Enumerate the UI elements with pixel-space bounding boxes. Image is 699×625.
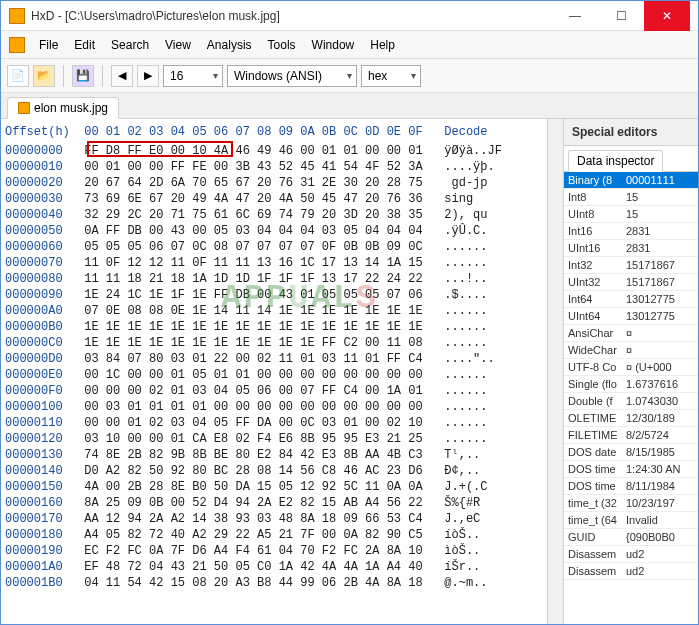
inspector-key: DOS time — [564, 461, 622, 477]
inspector-row[interactable]: Disassemud2 — [564, 563, 698, 580]
encoding-select[interactable]: Windows (ANSI) — [227, 65, 357, 87]
base-select[interactable]: hex — [361, 65, 421, 87]
hex-row[interactable]: 00000120 03 10 00 00 01 CA E8 02 F4 E6 8… — [5, 431, 543, 447]
inspector-value: 15 — [622, 189, 698, 205]
inspector-value: 2831 — [622, 223, 698, 239]
inspector-value: ¤ — [622, 325, 698, 341]
inspector-value: 12/30/189 — [622, 410, 698, 426]
inspector-value: Invalid — [622, 512, 698, 528]
inspector-row[interactable]: UInt162831 — [564, 240, 698, 257]
hex-row[interactable]: 00000170 AA 12 94 2A A2 14 38 93 03 48 8… — [5, 511, 543, 527]
menu-analysis[interactable]: Analysis — [199, 34, 260, 56]
inspector-row[interactable]: Int6413012775 — [564, 291, 698, 308]
inspector-row[interactable]: UInt3215171867 — [564, 274, 698, 291]
inspector-key: Int32 — [564, 257, 622, 273]
inspector-value: 8/11/1984 — [622, 478, 698, 494]
save-button[interactable]: 💾 — [72, 65, 94, 87]
hex-row[interactable]: 00000050 0A FF DB 00 43 00 05 03 04 04 0… — [5, 223, 543, 239]
scrollbar[interactable] — [547, 119, 563, 624]
toolbar: 📄 📂 💾 ◀ ▶ 16 Windows (ANSI) hex — [1, 59, 698, 93]
inspector-key: FILETIME — [564, 427, 622, 443]
menu-help[interactable]: Help — [362, 34, 403, 56]
hex-row[interactable]: 000000D0 03 84 07 80 03 01 22 00 02 11 0… — [5, 351, 543, 367]
menu-search[interactable]: Search — [103, 34, 157, 56]
file-tab[interactable]: elon musk.jpg — [7, 97, 119, 119]
menu-bar: File Edit Search View Analysis Tools Win… — [1, 31, 698, 59]
hex-row[interactable]: 00000070 11 0F 12 12 11 0F 11 11 13 16 1… — [5, 255, 543, 271]
inspector-row[interactable]: GUID{090B0B0 — [564, 529, 698, 546]
hex-row[interactable]: 000001B0 04 11 54 42 15 08 20 A3 B8 44 9… — [5, 575, 543, 591]
close-button[interactable]: ✕ — [644, 1, 690, 31]
inspector-row[interactable]: DOS time8/11/1984 — [564, 478, 698, 495]
inspector-key: WideChar — [564, 342, 622, 358]
hex-row[interactable]: 00000100 00 03 01 01 01 01 00 00 00 00 0… — [5, 399, 543, 415]
tab-data-inspector[interactable]: Data inspector — [568, 150, 663, 172]
inspector-row[interactable]: DOS date8/15/1985 — [564, 444, 698, 461]
inspector-value: 15171867 — [622, 274, 698, 290]
hex-row[interactable]: 000000E0 00 1C 00 00 01 05 01 01 00 00 0… — [5, 367, 543, 383]
hex-row[interactable]: 00000030 73 69 6E 67 20 49 4A 47 20 4A 5… — [5, 191, 543, 207]
menu-tools[interactable]: Tools — [260, 34, 304, 56]
inspector-key: UInt16 — [564, 240, 622, 256]
hex-row[interactable]: 000000B0 1E 1E 1E 1E 1E 1E 1E 1E 1E 1E 1… — [5, 319, 543, 335]
inspector-row[interactable]: OLETIME12/30/189 — [564, 410, 698, 427]
hex-row[interactable]: 00000130 74 8E 2B 82 9B 8B BE 80 E2 84 4… — [5, 447, 543, 463]
inspector-key: UInt8 — [564, 206, 622, 222]
inspector-row[interactable]: time_t (64Invalid — [564, 512, 698, 529]
undo-button[interactable]: ◀ — [111, 65, 133, 87]
hex-row[interactable]: 000001A0 EF 48 72 04 43 21 50 05 C0 1A 4… — [5, 559, 543, 575]
inspector-row[interactable]: Int3215171867 — [564, 257, 698, 274]
hex-row[interactable]: 00000180 A4 05 82 72 40 A2 29 22 A5 21 7… — [5, 527, 543, 543]
hex-row[interactable]: 00000000 FF D8 FF E0 00 10 4A 46 49 46 0… — [5, 143, 543, 159]
inspector-row[interactable]: UInt815 — [564, 206, 698, 223]
inspector-row[interactable]: Int815 — [564, 189, 698, 206]
app-icon — [9, 8, 25, 24]
inspector-row[interactable]: Disassemud2 — [564, 546, 698, 563]
hex-row[interactable]: 00000020 20 67 64 2D 6A 70 65 67 20 76 3… — [5, 175, 543, 191]
inspector-key: Single (flo — [564, 376, 622, 392]
title-bar: HxD - [C:\Users\madro\Pictures\elon musk… — [1, 1, 698, 31]
hex-row[interactable]: 00000140 D0 A2 82 50 92 80 BC 28 08 14 5… — [5, 463, 543, 479]
new-button[interactable]: 📄 — [7, 65, 29, 87]
hex-row[interactable]: 00000010 00 01 00 00 FF FE 00 3B 43 52 4… — [5, 159, 543, 175]
hex-row[interactable]: 00000060 05 05 05 06 07 0C 08 07 07 07 0… — [5, 239, 543, 255]
inspector-row[interactable]: DOS time1:24:30 AN — [564, 461, 698, 478]
inspector-row[interactable]: UTF-8 Co¤ (U+000 — [564, 359, 698, 376]
inspector-key: Int64 — [564, 291, 622, 307]
menu-view[interactable]: View — [157, 34, 199, 56]
menu-edit[interactable]: Edit — [66, 34, 103, 56]
inspector-row[interactable]: WideChar¤ — [564, 342, 698, 359]
menu-file[interactable]: File — [31, 34, 66, 56]
inspector-key: Disassem — [564, 563, 622, 579]
hex-row[interactable]: 00000190 EC F2 FC 0A 7F D6 A4 F4 61 04 7… — [5, 543, 543, 559]
inspector-row[interactable]: UInt6413012775 — [564, 308, 698, 325]
bytes-per-row-select[interactable]: 16 — [163, 65, 223, 87]
inspector-row[interactable]: Single (flo1.6737616 — [564, 376, 698, 393]
minimize-button[interactable]: — — [552, 1, 598, 31]
inspector-row[interactable]: AnsiChar¤ — [564, 325, 698, 342]
redo-button[interactable]: ▶ — [137, 65, 159, 87]
open-button[interactable]: 📂 — [33, 65, 55, 87]
inspector-row[interactable]: Int162831 — [564, 223, 698, 240]
maximize-button[interactable]: ☐ — [598, 1, 644, 31]
inspector-key: UTF-8 Co — [564, 359, 622, 375]
inspector-row[interactable]: Double (f1.0743030 — [564, 393, 698, 410]
hex-row[interactable]: 00000090 1E 24 1C 1E 1F 1E FF DB 00 43 0… — [5, 287, 543, 303]
hex-row[interactable]: 000000C0 1E 1E 1E 1E 1E 1E 1E 1E 1E 1E 1… — [5, 335, 543, 351]
inspector-value: 1.6737616 — [622, 376, 698, 392]
hex-row[interactable]: 00000110 00 00 01 02 03 04 05 FF DA 00 0… — [5, 415, 543, 431]
hex-row[interactable]: 000000F0 00 00 00 02 01 03 04 05 06 00 0… — [5, 383, 543, 399]
hex-row[interactable]: 00000160 8A 25 09 0B 00 52 D4 94 2A E2 8… — [5, 495, 543, 511]
hex-row[interactable]: 00000150 4A 00 2B 28 8E B0 50 DA 15 05 1… — [5, 479, 543, 495]
hex-row[interactable]: 00000040 32 29 2C 20 71 75 61 6C 69 74 7… — [5, 207, 543, 223]
inspector-value: ¤ (U+000 — [622, 359, 698, 375]
inspector-key: Int16 — [564, 223, 622, 239]
inspector-row[interactable]: Binary (800001111 — [564, 172, 698, 189]
inspector-value: 13012775 — [622, 308, 698, 324]
menu-window[interactable]: Window — [304, 34, 363, 56]
hex-view[interactable]: Offset(h) 00 01 02 03 04 05 06 07 08 09 … — [1, 119, 547, 624]
inspector-row[interactable]: FILETIME8/2/5724 — [564, 427, 698, 444]
inspector-row[interactable]: time_t (3210/23/197 — [564, 495, 698, 512]
hex-row[interactable]: 000000A0 07 0E 08 08 0E 1E 14 11 14 1E 1… — [5, 303, 543, 319]
hex-row[interactable]: 00000080 11 11 18 21 18 1A 1D 1D 1F 1F 1… — [5, 271, 543, 287]
